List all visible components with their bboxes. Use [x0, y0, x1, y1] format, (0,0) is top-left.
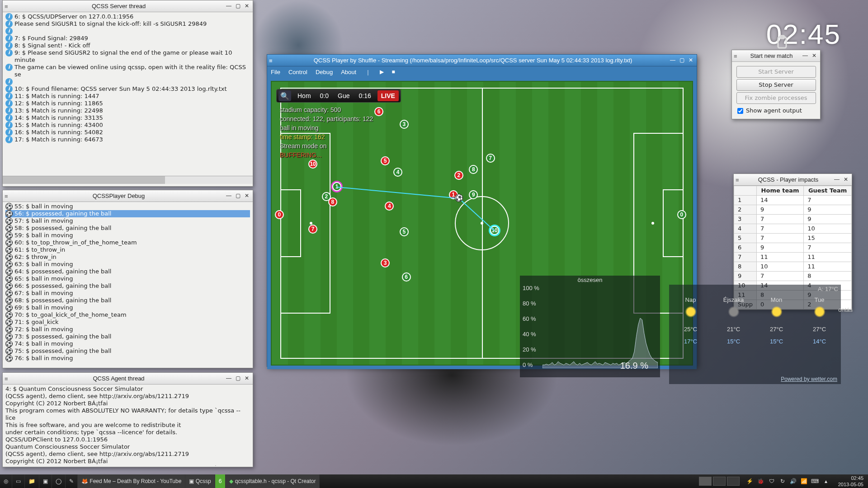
log-line[interactable]: i13: $ Match is running: 22498	[5, 107, 250, 114]
log-line[interactable]: i10: $ Found filename: QCSS server Sun M…	[5, 85, 250, 93]
log-line[interactable]: 56: $ possessed, gaining the ball	[5, 210, 250, 217]
guest-player-2[interactable]: 2	[322, 192, 331, 201]
guest-player-3[interactable]: 3	[400, 120, 409, 129]
log-line[interactable]: i7: $ Found Signal: 29849	[5, 35, 250, 42]
log-line[interactable]: Copyright (C) 2012 Norbert BÁ¡tfai	[5, 458, 250, 465]
start-server-button[interactable]: Start Server	[736, 66, 816, 78]
log-line[interactable]: 73: $ possessed, gaining the ball	[5, 333, 250, 340]
log-line[interactable]: i15: $ Match is running: 43400	[5, 122, 250, 129]
guest-player-4[interactable]: 4	[393, 168, 402, 177]
home-player-2[interactable]: 2	[454, 171, 463, 180]
log-line[interactable]: 76: $ ball in moving	[5, 355, 250, 362]
battery-icon[interactable]: ⚡	[746, 478, 754, 484]
log-line[interactable]: i11: $ Match is running: 1447	[5, 93, 250, 100]
table-row[interactable]: 697	[734, 243, 852, 253]
fix-zombie-button[interactable]: Fix zombie processes	[736, 92, 816, 104]
table-row[interactable]: 71111	[734, 253, 852, 262]
log-line[interactable]: 57: $ ball in moving	[5, 217, 250, 225]
log-line[interactable]: (QCSS agent), demo client, see http://ar…	[5, 450, 250, 458]
weather-link[interactable]: Powered by wetter.com	[781, 376, 837, 382]
debug-log[interactable]: 55: $ ball in moving56: $ possessed, gai…	[3, 202, 253, 367]
log-line[interactable]: i	[5, 28, 250, 35]
window-titlebar[interactable]: ≡ QCSS Agent thread — ▢ ✕	[3, 373, 253, 385]
log-line[interactable]: 61: $ to_throw_in	[5, 246, 250, 253]
workspace-pager[interactable]	[696, 477, 742, 486]
log-line[interactable]: Copyright (C) 2012 Norbert BÁ¡tfai	[5, 400, 250, 407]
log-line[interactable]: i16: $ Match is running: 54082	[5, 129, 250, 136]
log-line[interactable]: i	[5, 78, 250, 85]
log-line[interactable]: 74: $ ball in moving	[5, 340, 250, 347]
close-button[interactable]: ✕	[243, 192, 251, 200]
window-titlebar[interactable]: ≡ QCSS - Player impacts — ✕	[734, 174, 852, 186]
guest-player-6[interactable]: 6	[402, 272, 411, 282]
log-line[interactable]: 67: $ ball in moving	[5, 290, 250, 297]
log-line[interactable]: 55: $ ball in moving	[5, 203, 250, 210]
home-player-4[interactable]: 4	[385, 202, 394, 211]
start-menu-button[interactable]: ◎	[0, 474, 12, 488]
home-player-7[interactable]: 7	[308, 225, 317, 234]
window-titlebar[interactable]: ≡ QCSS Player by Shuffle - Streaming (/h…	[267, 55, 697, 66]
minimize-button[interactable]: —	[225, 192, 233, 200]
table-row[interactable]: 4710	[734, 224, 852, 234]
log-line[interactable]: i6: $ QCSS/UDPServer on 127.0.0.1:1956	[5, 13, 250, 20]
table-row[interactable]: 978	[734, 272, 852, 281]
window-titlebar[interactable]: ≡ QCSS Server thread — ▢ ✕	[3, 0, 253, 12]
log-line[interactable]: i14: $ Match is running: 33135	[5, 114, 250, 122]
log-line[interactable]: 75: $ possessed, gaining the ball	[5, 347, 250, 355]
taskbar[interactable]: ◎ ▭ 📁 ▣ ◯ ✎ 🦊 Feed Me – Death By Robot -…	[0, 474, 868, 488]
log-line[interactable]: iThe game can be viewed online using qcs…	[5, 64, 250, 78]
show-agent-output-checkbox[interactable]: Show agent output	[734, 105, 818, 116]
minimize-button[interactable]: —	[833, 176, 841, 184]
scrollbar-horizontal[interactable]	[3, 176, 253, 184]
log-line[interactable]: This program comes with ABSOLUTELY NO WA…	[5, 465, 250, 466]
home-player-10[interactable]: 10	[308, 160, 317, 169]
log-line[interactable]: 60: $ to_top_throw_in_of_the_home_team	[5, 239, 250, 246]
log-line[interactable]: 68: $ possessed, gaining the ball	[5, 297, 250, 304]
window-titlebar[interactable]: ≡ QCSSPlayer Debug — ▢ ✕	[3, 190, 253, 202]
server-log[interactable]: i6: $ QCSS/UDPServer on 127.0.0.1:1956iP…	[3, 12, 253, 176]
close-button[interactable]: ✕	[810, 52, 818, 60]
log-line[interactable]: 71: $ goal_kick	[5, 319, 250, 326]
checkbox-input[interactable]	[737, 108, 743, 114]
terminal-button[interactable]: ▣	[39, 474, 52, 488]
home-player-3[interactable]: 3	[381, 258, 390, 267]
close-button[interactable]: ✕	[842, 176, 850, 184]
chevron-up-icon[interactable]: ▴	[822, 478, 830, 484]
network-icon[interactable]: 📶	[800, 478, 808, 484]
taskbar-clock[interactable]: 02:45 2013-05-05	[834, 475, 868, 488]
table-row[interactable]: 299	[734, 205, 852, 215]
stop-server-button[interactable]: Stop Server	[736, 79, 816, 91]
log-line[interactable]: 69: $ ball in moving	[5, 304, 250, 311]
menu-control[interactable]: Control	[288, 69, 307, 75]
keyboard-icon[interactable]: ⌨	[811, 478, 819, 484]
update-icon[interactable]: ↻	[778, 478, 787, 484]
taskbar-item[interactable]: ◆ qcsspltable.h - qcssp - Qt Creator	[226, 474, 320, 488]
minimize-button[interactable]: —	[225, 375, 233, 383]
guest-player-9[interactable]: 9	[469, 190, 478, 199]
show-desktop-button[interactable]: ▭	[12, 474, 25, 488]
table-row[interactable]: 1147	[734, 196, 852, 205]
log-line[interactable]: i12: $ Match is running: 11865	[5, 100, 250, 107]
system-tray[interactable]: ⚡ 🐞 🛡 ↻ 🔊 📶 ⌨ ▴	[742, 478, 834, 484]
table-header[interactable]: Home team	[757, 186, 804, 196]
log-line[interactable]: 70: $ to_goal_kick_of_the_home_team	[5, 311, 250, 319]
log-line[interactable]: 63: $ ball in moving	[5, 261, 250, 268]
editor-button[interactable]: ✎	[66, 474, 78, 488]
menu-debug[interactable]: Debug	[316, 69, 333, 75]
bug-icon[interactable]: 🐞	[757, 478, 765, 484]
maximize-button[interactable]: ▢	[234, 192, 242, 200]
log-line[interactable]: 64: $ possessed, gaining the ball	[5, 268, 250, 275]
log-line[interactable]: 65: $ ball in moving	[5, 275, 250, 282]
minimize-button[interactable]: —	[225, 2, 233, 10]
log-line[interactable]: Quantum Consciousness Soccer Simulator	[5, 443, 250, 450]
taskbar-item[interactable]: ▣ Qcssp	[185, 474, 215, 488]
close-button[interactable]: ✕	[243, 375, 251, 383]
play-icon[interactable]: ▶	[380, 69, 384, 75]
home-player-6[interactable]: 6	[374, 107, 383, 116]
soccer-ball[interactable]	[455, 194, 463, 202]
log-line[interactable]: i9: $ Please send SIGUSR2 to signal the …	[5, 49, 250, 64]
minimize-button[interactable]: —	[801, 52, 809, 60]
log-line[interactable]: 58: $ possessed, gaining the ball	[5, 225, 250, 232]
log-line[interactable]: This is free software, and you are welco…	[5, 422, 250, 429]
table-row[interactable]: 5715	[734, 234, 852, 243]
